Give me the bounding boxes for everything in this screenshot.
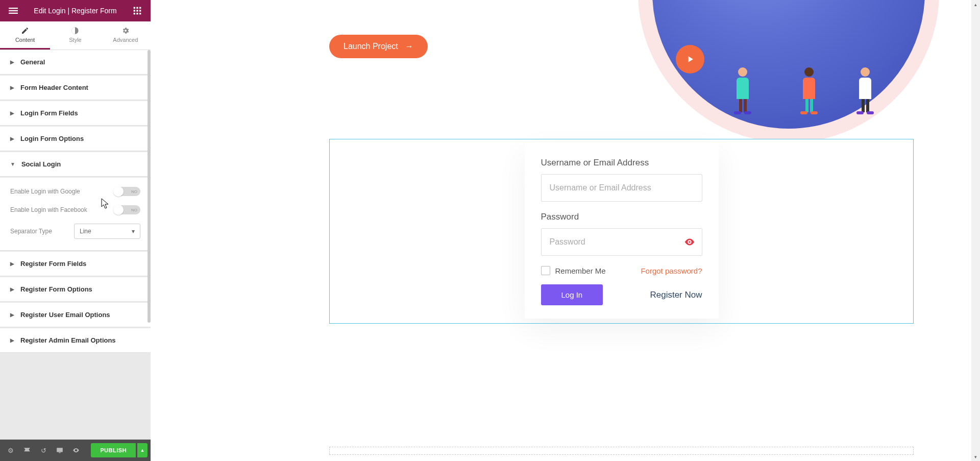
caret-right-icon: ▶ xyxy=(10,85,14,90)
forgot-password-link[interactable]: Forgot password? xyxy=(641,266,702,275)
password-input[interactable] xyxy=(541,228,702,256)
svg-rect-10 xyxy=(136,13,138,14)
svg-rect-1 xyxy=(9,10,18,11)
chevron-down-icon: ▾ xyxy=(132,228,135,235)
social-login-body: Enable Login with Google NO Enable Login… xyxy=(0,178,151,251)
svg-rect-9 xyxy=(134,13,135,14)
sidebar-header: Edit Login | Register Form xyxy=(0,0,151,21)
empty-section-placeholder[interactable] xyxy=(329,447,914,455)
hamburger-icon[interactable] xyxy=(5,6,21,15)
settings-icon[interactable]: ⚙ xyxy=(3,443,18,458)
scroll-down-button[interactable]: ▾ xyxy=(971,452,980,461)
accordion-form-header[interactable]: ▶Form Header Content xyxy=(0,76,151,100)
username-label: Username or Email Address xyxy=(541,158,702,168)
accordion-general[interactable]: ▶General xyxy=(0,50,151,75)
svg-rect-5 xyxy=(139,7,141,9)
panel-body: ▶General ▶Form Header Content ▶Login For… xyxy=(0,50,151,440)
svg-rect-14 xyxy=(59,452,61,453)
register-now-link[interactable]: Register Now xyxy=(650,290,702,300)
main-scrollbar[interactable]: ▴ ▾ xyxy=(971,0,980,461)
svg-rect-0 xyxy=(9,8,18,9)
control-separator-type: Separator Type Line▾ xyxy=(10,224,140,239)
responsive-icon[interactable] xyxy=(52,443,67,458)
caret-down-icon: ▼ xyxy=(10,161,15,167)
caret-right-icon: ▶ xyxy=(10,337,14,343)
play-button[interactable] xyxy=(676,45,704,74)
scroll-track[interactable] xyxy=(971,9,980,452)
svg-rect-3 xyxy=(134,7,135,9)
svg-rect-6 xyxy=(134,10,135,11)
password-label: Password xyxy=(541,212,702,222)
svg-rect-8 xyxy=(139,10,141,11)
tab-content[interactable]: Content xyxy=(0,21,50,50)
history-icon[interactable]: ↺ xyxy=(36,443,51,458)
caret-right-icon: ▶ xyxy=(10,261,14,266)
accordion-social-login[interactable]: ▼Social Login xyxy=(0,152,151,177)
svg-rect-4 xyxy=(136,7,138,9)
caret-right-icon: ▶ xyxy=(10,136,14,141)
tab-style[interactable]: Style xyxy=(50,21,100,50)
svg-point-15 xyxy=(689,241,691,243)
remember-me[interactable]: Remember Me xyxy=(541,266,606,275)
preview-icon[interactable] xyxy=(68,443,84,458)
accordion-login-fields[interactable]: ▶Login Form Fields xyxy=(0,101,151,126)
tab-advanced[interactable]: Advanced xyxy=(101,21,151,50)
publish-dropdown[interactable]: ▲ xyxy=(137,443,148,457)
navigator-icon[interactable] xyxy=(19,443,35,458)
accordion-register-fields[interactable]: ▶Register Form Fields xyxy=(0,252,151,276)
editor-canvas: Launch Project Username or Email Address… xyxy=(151,0,980,461)
editor-tabs: Content Style Advanced xyxy=(0,21,151,50)
toggle-google[interactable]: NO xyxy=(114,187,140,196)
publish-button[interactable]: PUBLISH xyxy=(91,443,136,457)
login-button[interactable]: Log In xyxy=(541,284,603,305)
launch-project-button[interactable]: Launch Project xyxy=(329,35,428,58)
caret-right-icon: ▶ xyxy=(10,312,14,318)
scroll-up-button[interactable]: ▴ xyxy=(971,0,980,9)
svg-rect-13 xyxy=(57,448,63,452)
editor-sidebar: Edit Login | Register Form Content Style… xyxy=(0,0,151,461)
caret-right-icon: ▶ xyxy=(10,286,14,292)
accordion-register-user-email[interactable]: ▶Register User Email Options xyxy=(0,303,151,327)
accordion-login-options[interactable]: ▶Login Form Options xyxy=(0,127,151,151)
control-google-login: Enable Login with Google NO xyxy=(10,187,140,196)
username-input[interactable] xyxy=(541,174,702,202)
svg-rect-2 xyxy=(9,13,18,14)
sidebar-title: Edit Login | Register Form xyxy=(21,7,129,15)
apps-grid-icon[interactable] xyxy=(129,7,145,15)
caret-right-icon: ▶ xyxy=(10,59,14,65)
toggle-facebook[interactable]: NO xyxy=(114,205,140,214)
checkbox[interactable] xyxy=(541,266,550,275)
control-facebook-login: Enable Login with Facebook NO xyxy=(10,205,140,214)
svg-rect-7 xyxy=(136,10,138,11)
login-form-card: Username or Email Address Password Remem… xyxy=(525,142,719,319)
person-illustration xyxy=(856,67,874,114)
select-separator[interactable]: Line▾ xyxy=(74,224,140,239)
person-illustration xyxy=(734,67,751,114)
accordion-register-options[interactable]: ▶Register Form Options xyxy=(0,277,151,302)
svg-rect-11 xyxy=(139,13,141,14)
person-illustration xyxy=(800,67,818,114)
eye-icon[interactable] xyxy=(684,236,695,250)
publish-bar: ⚙ ↺ PUBLISH ▲ xyxy=(0,440,151,461)
form-section-selected[interactable]: Username or Email Address Password Remem… xyxy=(329,139,914,324)
caret-right-icon: ▶ xyxy=(10,110,14,116)
accordion-register-admin-email[interactable]: ▶Register Admin Email Options xyxy=(0,328,151,353)
